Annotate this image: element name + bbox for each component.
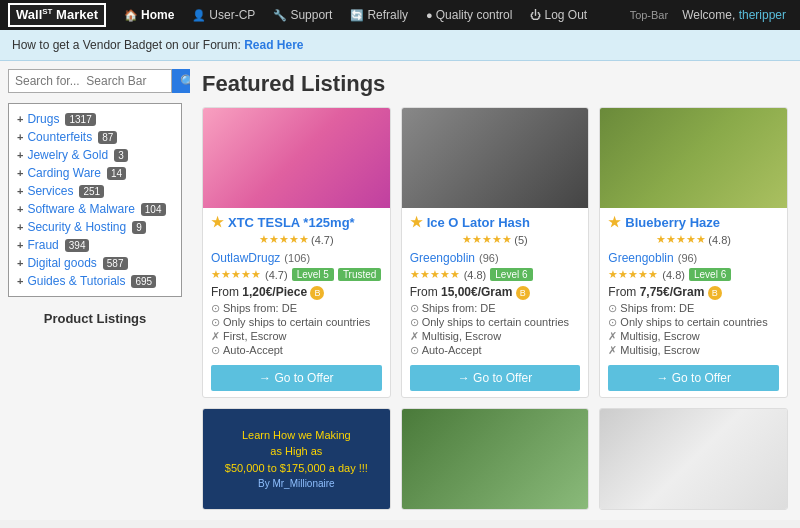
nav-quality-control[interactable]: ● Quality control: [418, 4, 520, 26]
category-security[interactable]: + Security & Hosting 9: [17, 218, 173, 236]
star-icon: ★: [211, 214, 224, 230]
price-2: From 15,00€/Gram B: [410, 285, 581, 300]
listing-card-3: ★ Blueberry Haze ★★★★★ (4.8) Greengoblin…: [599, 107, 788, 398]
category-counterfeits[interactable]: + Counterfeits 87: [17, 128, 173, 146]
product-listings-label: Product Listings: [8, 307, 182, 330]
escrow-icon-1: B: [310, 286, 324, 300]
price-1: From 1,20€/Piece B: [211, 285, 382, 300]
accept-icon-3: ✗: [608, 344, 617, 357]
read-here-link[interactable]: Read Here: [244, 38, 303, 52]
topbar-label: Top-Bar: [630, 9, 679, 21]
star-icon-2: ★: [410, 214, 423, 230]
category-digital[interactable]: + Digital goods 587: [17, 254, 173, 272]
vendor-link-1[interactable]: OutlawDrugz: [211, 251, 280, 265]
ship-icon-3: ⊙: [608, 302, 617, 315]
listing-title-2: ★ Ice O Lator Hash: [410, 214, 581, 230]
listing-image-ad[interactable]: Learn How we Making as High as $50,000 t…: [203, 409, 390, 509]
content-area: Featured Listings ★ XTC TESLA *125mg* ★★…: [190, 61, 800, 520]
trusted-badge-1: Trusted: [338, 268, 382, 281]
stars-row-2: ★★★★★ (5): [410, 233, 581, 246]
go-to-offer-1[interactable]: → Go to Offer: [211, 365, 382, 391]
main-layout: 🔍 + Drugs 1317 + Counterfeits 87 + Jewel…: [0, 61, 800, 520]
nav-refrally[interactable]: 🔄 Refrally: [342, 4, 416, 26]
escrow-icon-2: B: [516, 286, 530, 300]
accept-icon-2: ⊙: [410, 344, 419, 357]
ad-text: Learn How we Making as High as $50,000 t…: [225, 427, 368, 492]
support-icon: 🔧: [273, 9, 287, 22]
price-3: From 7,75€/Gram B: [608, 285, 779, 300]
listing-image-5: [402, 409, 589, 509]
refrally-icon: 🔄: [350, 9, 364, 22]
vendor-row-2: Greengoblin (96): [410, 251, 581, 265]
listing-card-4: Learn How we Making as High as $50,000 t…: [202, 408, 391, 510]
top-bar: WallST Market 🏠 Home 👤 User-CP 🔧 Support…: [0, 0, 800, 30]
listing-title-3: ★ Blueberry Haze: [608, 214, 779, 230]
category-carding[interactable]: + Carding Ware 14: [17, 164, 173, 182]
quality-icon: ●: [426, 9, 433, 21]
level-badge-1: Level 5: [292, 268, 334, 281]
nav-logout[interactable]: ⏻ Log Out: [522, 4, 595, 26]
vendor-link-2[interactable]: Greengoblin: [410, 251, 475, 265]
star-icon-3: ★: [608, 214, 621, 230]
listing-card-2: ★ Ice O Lator Hash ★★★★★ (5) Greengoblin…: [401, 107, 590, 398]
nav-home[interactable]: 🏠 Home: [116, 4, 182, 26]
stars-row-1: ★★★★★ (4.7): [211, 233, 382, 246]
ship-to-icon-2: ⊙: [410, 316, 419, 329]
listing-title-1: ★ XTC TESLA *125mg*: [211, 214, 382, 230]
accept-icon: ⊙: [211, 344, 220, 357]
vendor-row-1: OutlawDrugz (106): [211, 251, 382, 265]
category-box: + Drugs 1317 + Counterfeits 87 + Jewelry…: [8, 103, 182, 297]
escrow1-icon-2: ✗: [410, 330, 419, 343]
category-jewelry[interactable]: + Jewelry & Gold 3: [17, 146, 173, 164]
stars-row-3: ★★★★★ (4.8): [608, 233, 779, 246]
sidebar: 🔍 + Drugs 1317 + Counterfeits 87 + Jewel…: [0, 61, 190, 520]
featured-title: Featured Listings: [202, 71, 788, 97]
listing-image-6: [600, 409, 787, 509]
listing-image-3: [600, 108, 787, 208]
category-software[interactable]: + Software & Malware 104: [17, 200, 173, 218]
ship-icon: ⊙: [211, 302, 220, 315]
ship-icon-2: ⊙: [410, 302, 419, 315]
escrow1-icon: ✗: [211, 330, 220, 343]
vendor-link-3[interactable]: Greengoblin: [608, 251, 673, 265]
nav-user-cp[interactable]: 👤 User-CP: [184, 4, 263, 26]
level-badge-3: Level 6: [689, 268, 731, 281]
category-drugs[interactable]: + Drugs 1317: [17, 110, 173, 128]
username: theripper: [739, 8, 786, 22]
listing-image-1: [203, 108, 390, 208]
vendor-banner: How to get a Vendor Badget on our Forum:…: [0, 30, 800, 61]
listings-grid: ★ XTC TESLA *125mg* ★★★★★ (4.7) OutlawDr…: [202, 107, 788, 510]
category-services[interactable]: + Services 251: [17, 182, 173, 200]
go-to-offer-3[interactable]: → Go to Offer: [608, 365, 779, 391]
nav-menu: 🏠 Home 👤 User-CP 🔧 Support 🔄 Refrally ● …: [116, 4, 626, 26]
site-logo[interactable]: WallST Market: [8, 3, 106, 26]
user-icon: 👤: [192, 9, 206, 22]
ship-to-icon: ⊙: [211, 316, 220, 329]
listing-card-5: [401, 408, 590, 510]
go-to-offer-2[interactable]: → Go to Offer: [410, 365, 581, 391]
listing-image-2: [402, 108, 589, 208]
search-container: 🔍: [8, 69, 182, 93]
ship-to-icon-3: ⊙: [608, 316, 617, 329]
category-fraud[interactable]: + Fraud 394: [17, 236, 173, 254]
category-guides[interactable]: + Guides & Tutorials 695: [17, 272, 173, 290]
listing-card-6: [599, 408, 788, 510]
logout-icon: ⏻: [530, 9, 541, 21]
vendor-row-3: Greengoblin (96): [608, 251, 779, 265]
welcome-text: Welcome, theripper: [682, 8, 792, 22]
level-badge-2: Level 6: [490, 268, 532, 281]
escrow-icon-3: B: [708, 286, 722, 300]
search-input[interactable]: [8, 69, 172, 93]
home-icon: 🏠: [124, 9, 138, 22]
escrow1-icon-3: ✗: [608, 330, 617, 343]
listing-card-1: ★ XTC TESLA *125mg* ★★★★★ (4.7) OutlawDr…: [202, 107, 391, 398]
nav-support[interactable]: 🔧 Support: [265, 4, 340, 26]
